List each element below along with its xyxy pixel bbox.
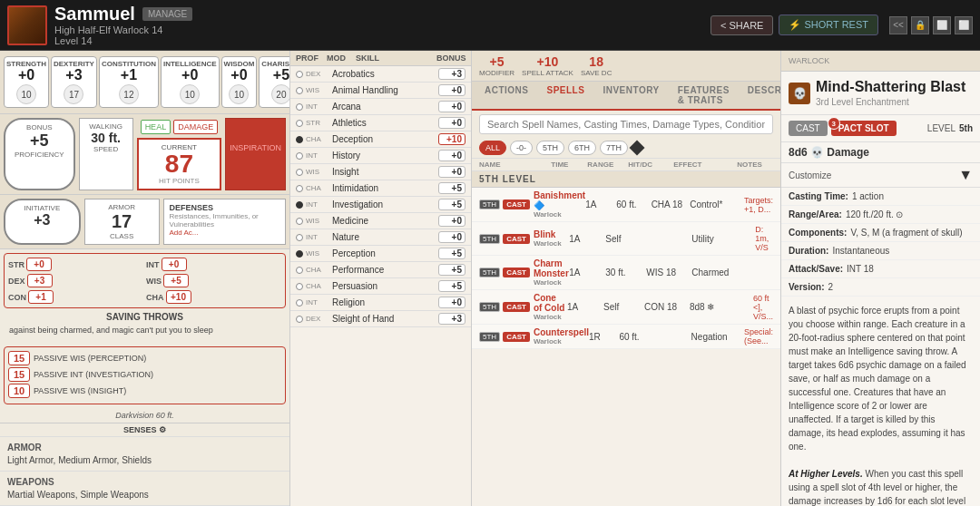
spell-range: 60 ft. (616, 199, 651, 209)
spell-cast-btn[interactable]: CAST (503, 234, 530, 244)
skill-item[interactable]: INT Arcana +0 (290, 99, 471, 115)
spell-tag: 5TH (479, 332, 500, 342)
skill-item[interactable]: WIS Perception +5 (290, 246, 471, 262)
heal-button[interactable]: HEAL (141, 120, 172, 134)
damage-button[interactable]: DAMAGE (173, 120, 218, 134)
skill-attr: CHA (306, 282, 329, 290)
skill-item[interactable]: WIS Insight +0 (290, 164, 471, 180)
spell-cast-btn[interactable]: CAST (503, 302, 530, 312)
cast-button[interactable]: CAST (789, 121, 828, 136)
skill-name: Acrobatics (332, 69, 436, 79)
avatar-image (9, 7, 45, 44)
skill-prof-dot (296, 250, 303, 258)
ability-str[interactable]: STRENGTH +0 10 (4, 56, 49, 108)
nav-lock[interactable]: 🔒 (911, 16, 929, 34)
trait-text: against being charmed, and magic can't p… (4, 322, 286, 339)
skill-name: Intimidation (332, 183, 436, 193)
skill-item[interactable]: INT Religion +0 (290, 295, 471, 311)
nav-chevron-left[interactable]: << (889, 16, 907, 34)
skill-name: Performance (332, 265, 436, 275)
filter-btn--0-[interactable]: -0- (510, 141, 533, 155)
nav-window-2[interactable]: ⬜ (955, 16, 973, 34)
heal-damage-row: HEAL DAMAGE (137, 118, 222, 136)
share-button[interactable]: < SHARE (710, 15, 773, 35)
spell-name: Banishment 🔷 Warlock (534, 190, 585, 219)
skill-bonus: +0 (438, 231, 466, 243)
spell-search-input[interactable] (479, 114, 773, 134)
ability-cha[interactable]: CHARISMA +5 20 (259, 56, 290, 108)
skill-bonus: +5 (438, 199, 466, 210)
customize-row[interactable]: Customize ▼ (781, 163, 980, 188)
skill-name: Persuasion (332, 281, 436, 291)
tab-inventory[interactable]: INVENTORY (593, 82, 668, 111)
spell-level-header: 5TH LEVEL (472, 171, 780, 188)
skill-item[interactable]: STR Athletics +0 (290, 115, 471, 131)
skill-attr: WIS (306, 217, 329, 225)
skill-bonus: +0 (438, 84, 466, 96)
spell-cast-btn[interactable]: CAST (503, 332, 530, 342)
filter-btn-6th[interactable]: 6TH (568, 141, 596, 155)
skill-bonus: +10 (438, 133, 466, 145)
spell-name: Blink Warlock (534, 229, 569, 248)
skill-item[interactable]: CHA Performance +5 (290, 262, 471, 278)
skill-item[interactable]: DEX Acrobatics +3 (290, 66, 471, 83)
filter-btn-5th[interactable]: 5TH (536, 141, 564, 155)
skill-prof-dot (296, 136, 303, 143)
spell-hit: WIS 18 (646, 268, 691, 277)
manage-button[interactable]: MANAGE (142, 7, 192, 21)
skill-item[interactable]: CHA Persuasion +5 (290, 278, 471, 295)
add-defenses-btn[interactable]: Add Ac... (170, 229, 280, 237)
spell-time: 1A (569, 234, 605, 244)
spell-row[interactable]: 5TH CAST Charm Monster Warlock 1A 30 ft.… (472, 256, 780, 290)
skill-item[interactable]: INT Nature +0 (290, 229, 471, 246)
tab-description[interactable]: DESCRIPTION (739, 82, 780, 111)
tabs-row: ACTIONSSPELLSINVENTORYFEATURES & TRAITSD… (472, 82, 780, 111)
filter-diamond[interactable] (630, 141, 645, 156)
skill-item[interactable]: CHA Intimidation +5 (290, 180, 471, 197)
skill-prof-dot (296, 185, 303, 192)
ability-dex[interactable]: DEXTERITY +3 17 (51, 56, 97, 108)
character-class: High Half-Elf Warlock 14 (54, 24, 703, 35)
weapons-section: WEAPONS Martial Weapons, Simple Weapons (0, 471, 289, 505)
save-wis: WIS +5 (146, 274, 281, 287)
filter-btn-all[interactable]: ALL (479, 141, 506, 155)
pact-slot-button[interactable]: 3 PACT SLOT (831, 121, 897, 136)
skill-item[interactable]: WIS Animal Handling +0 (290, 83, 471, 99)
skill-item[interactable]: CHA Deception +10 (290, 131, 471, 148)
character-name: Sammuel (54, 4, 135, 24)
skill-bonus: +0 (438, 297, 466, 308)
spell-range: 60 ft. (619, 332, 653, 342)
skill-item[interactable]: DEX Sleight of Hand +3 (290, 311, 471, 327)
tab-actions[interactable]: ACTIONS (475, 82, 538, 111)
spell-row[interactable]: 5TH CAST Cone of Cold Warlock 1A Self CO… (472, 290, 780, 325)
skill-item[interactable]: WIS Medicine +0 (290, 213, 471, 229)
init-armor-row: INITIATIVE +3 ARMOR 17 CLASS DEFENSES Re… (0, 195, 289, 249)
spell-row[interactable]: 5TH CAST Blink Warlock 1A Self Utility D… (472, 222, 780, 256)
spell-cast-btn[interactable]: CAST (503, 268, 530, 277)
spell-row[interactable]: 5TH CAST Counterspell Warlock 1R 60 ft. … (472, 325, 780, 349)
saving-throws-grid: STR +0 INT +0 DEX +3 WIS +5 CON +1 (4, 253, 286, 308)
spell-detail-header: 💀 Mind-Shattering Blast 3rd Level Enchan… (781, 72, 980, 115)
stats-row: BONUS +5 PROFICIENCY WALKING 30 ft. SPEE… (0, 114, 289, 195)
tab-features--traits[interactable]: FEATURES & TRAITS (669, 82, 739, 111)
spell-effect: Control* (690, 199, 744, 209)
skill-attr: WIS (306, 168, 329, 176)
spell-time: 1A (569, 268, 605, 277)
filter-btn-7th[interactable]: 7TH (600, 141, 628, 155)
ability-wis[interactable]: WISDOM +0 10 (221, 56, 258, 108)
skill-name: Religion (332, 297, 436, 307)
spell-attack: +10 SPELL ATTACK (522, 54, 573, 77)
short-rest-button[interactable]: ⚡ SHORT REST (779, 15, 878, 35)
spell-row[interactable]: 5TH CAST Banishment 🔷 Warlock 1A 60 ft. … (472, 188, 780, 222)
skill-name: Sleight of Hand (332, 314, 436, 324)
skill-bonus: +3 (438, 313, 466, 325)
tab-spells[interactable]: SPELLS (538, 82, 594, 111)
skill-item[interactable]: INT History +0 (290, 148, 471, 164)
skill-item[interactable]: INT Investigation +5 (290, 197, 471, 213)
spell-table-header: NAME TIME RANGE HIT/DC EFFECT NOTES (472, 159, 780, 171)
ability-int[interactable]: INTELLIGENCE +0 10 (161, 56, 220, 108)
ability-con[interactable]: CONSTITUTION +1 12 (99, 56, 159, 108)
nav-window-1[interactable]: ⬜ (933, 16, 951, 34)
spell-cast-btn[interactable]: CAST (503, 199, 530, 209)
spell-detail-school: 3rd Level Enchantment (816, 97, 965, 107)
